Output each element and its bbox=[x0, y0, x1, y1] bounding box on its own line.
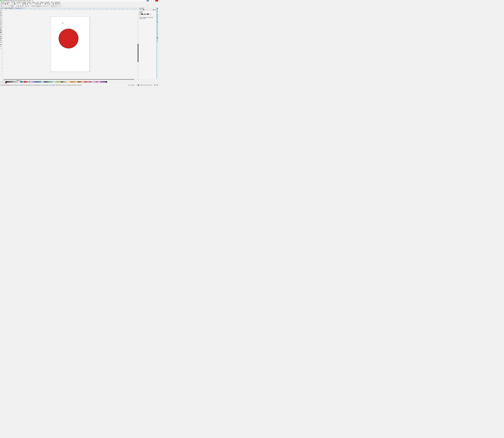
color-swatch[interactable] bbox=[19, 81, 20, 82]
docker-tab-color-styles[interactable]: Styly barev bbox=[157, 21, 158, 28]
docker-tab-scripts[interactable]: Skripty bbox=[157, 37, 158, 43]
palette-pattern-icon[interactable]: ▦ bbox=[0, 81, 1, 82]
color-swatch[interactable] bbox=[106, 81, 107, 82]
color-swatch[interactable] bbox=[33, 81, 34, 82]
duplicate-y-input[interactable]: 5,0 mm bbox=[52, 6, 57, 7]
color-swatch[interactable] bbox=[44, 81, 45, 82]
color-swatch[interactable] bbox=[63, 81, 64, 82]
color-swatch[interactable] bbox=[34, 81, 35, 82]
menu-zobrazit[interactable]: Zobrazit bbox=[10, 1, 16, 3]
color-swatch[interactable] bbox=[6, 81, 7, 82]
palette-scroll-right-icon[interactable]: ▸ bbox=[1, 81, 2, 82]
polygon-tool[interactable] bbox=[0, 24, 2, 26]
docker-tab-properties[interactable]: Vlastnosti bbox=[157, 14, 158, 21]
pick-tool[interactable] bbox=[0, 8, 2, 9]
menu-text[interactable]: Text bbox=[36, 1, 39, 3]
palette-scroll-left-icon[interactable]: ‹ bbox=[3, 81, 4, 82]
treat-as-filled-button[interactable] bbox=[59, 5, 61, 7]
color-swatch[interactable] bbox=[15, 81, 16, 82]
color-swatch[interactable] bbox=[8, 81, 9, 82]
color-swatch[interactable] bbox=[99, 81, 100, 82]
color-swatch[interactable] bbox=[94, 81, 95, 82]
horizontal-ruler[interactable]: milimetry 220200180160140120100806040200… bbox=[3, 9, 137, 10]
guidelines-toggle-button[interactable] bbox=[41, 3, 43, 5]
color-swatch[interactable] bbox=[36, 81, 37, 82]
menu-okno[interactable]: Okno bbox=[50, 1, 54, 3]
color-swatch[interactable] bbox=[22, 81, 23, 82]
hints-badge-icon[interactable] bbox=[157, 85, 158, 86]
color-swatch[interactable] bbox=[67, 81, 68, 82]
doc-palette-eyedropper-icon[interactable] bbox=[3, 83, 4, 84]
interactive-fill-tool[interactable] bbox=[0, 36, 2, 37]
color-swatch[interactable] bbox=[29, 81, 30, 82]
current-page-button[interactable] bbox=[27, 5, 29, 7]
color-swatch[interactable] bbox=[100, 81, 101, 82]
nudge-distance-input[interactable]: 0,1 mm bbox=[44, 5, 48, 7]
print-button[interactable] bbox=[7, 3, 9, 5]
page-fill-button[interactable] bbox=[153, 9, 154, 11]
rulers-toggle-button[interactable] bbox=[37, 3, 39, 5]
color-swatch[interactable] bbox=[52, 81, 53, 82]
color-swatch[interactable] bbox=[65, 81, 66, 82]
color-swatch[interactable] bbox=[18, 81, 19, 82]
next-page-button[interactable]: ▶ bbox=[10, 80, 11, 81]
color-swatch[interactable] bbox=[90, 81, 91, 82]
color-proof-monitor-icon[interactable] bbox=[154, 85, 156, 86]
color-swatch[interactable] bbox=[83, 81, 84, 82]
color-swatch[interactable] bbox=[39, 81, 40, 82]
color-swatch[interactable] bbox=[21, 81, 22, 82]
user-avatar[interactable] bbox=[147, 0, 149, 1]
menu-rozvrzeni[interactable]: Rozvržení bbox=[16, 1, 22, 3]
color-swatch[interactable] bbox=[79, 81, 80, 82]
color-swatch[interactable] bbox=[98, 81, 99, 82]
mesh-fill-tool[interactable] bbox=[0, 38, 2, 39]
tab-document[interactable]: Bez názvu – 1* bbox=[14, 7, 24, 9]
landscape-orientation-button[interactable] bbox=[22, 5, 24, 7]
pan-tool[interactable] bbox=[0, 15, 2, 17]
color-swatch[interactable] bbox=[37, 81, 38, 82]
color-swatch[interactable] bbox=[77, 81, 78, 82]
palette-overflow-button[interactable]: » bbox=[107, 81, 108, 82]
nudge-spinner[interactable]: ▲▼ bbox=[48, 5, 50, 7]
color-swatch[interactable] bbox=[59, 81, 60, 82]
color-swatch[interactable] bbox=[97, 81, 98, 82]
shape-tool[interactable] bbox=[0, 9, 2, 11]
docker-close-button[interactable]: ✕ bbox=[155, 8, 156, 9]
color-swatch[interactable] bbox=[20, 81, 21, 82]
palette-eyedropper-icon[interactable] bbox=[2, 81, 3, 82]
maximize-button[interactable]: ❐ bbox=[153, 0, 155, 1]
color-swatch[interactable] bbox=[80, 81, 81, 82]
color-swatch[interactable] bbox=[17, 81, 18, 82]
zoom-tool[interactable] bbox=[0, 13, 2, 15]
color-swatch[interactable] bbox=[96, 81, 97, 82]
fill-winding-checkbox[interactable] bbox=[155, 16, 156, 17]
add-toolbar-item-button[interactable]: + bbox=[62, 5, 64, 7]
fountain-fill-button[interactable] bbox=[143, 13, 145, 15]
color-swatch[interactable] bbox=[16, 81, 17, 82]
texture-fill-button[interactable] bbox=[147, 13, 149, 15]
color-swatch[interactable] bbox=[30, 81, 31, 82]
color-swatch[interactable] bbox=[41, 81, 42, 82]
color-swatch[interactable] bbox=[75, 81, 76, 82]
color-swatch[interactable] bbox=[38, 81, 39, 82]
no-fill-button[interactable] bbox=[139, 13, 141, 15]
docker-collapse-button[interactable]: » bbox=[154, 8, 154, 9]
page-frame-button[interactable] bbox=[155, 9, 156, 11]
color-swatch[interactable] bbox=[74, 81, 75, 82]
all-pages-button[interactable] bbox=[25, 5, 27, 7]
color-swatch[interactable] bbox=[70, 81, 71, 82]
color-swatch[interactable] bbox=[101, 81, 102, 82]
previous-page-button[interactable]: ◀ bbox=[5, 80, 7, 81]
duplicate-x-input[interactable]: 5,0 mm bbox=[52, 5, 57, 6]
launch-button[interactable]: Spustit▼ bbox=[55, 3, 61, 5]
color-swatch[interactable] bbox=[61, 81, 62, 82]
color-swatch[interactable] bbox=[13, 81, 14, 82]
menu-rastry[interactable]: Rastry bbox=[31, 1, 36, 3]
fill-properties-tab[interactable] bbox=[141, 9, 143, 11]
color-swatch[interactable] bbox=[47, 81, 48, 82]
drawing-canvas[interactable] bbox=[3, 10, 137, 79]
color-swatch[interactable] bbox=[42, 81, 43, 82]
menu-tabulka[interactable]: Tabulka bbox=[39, 1, 45, 3]
color-swatch[interactable] bbox=[105, 81, 106, 82]
color-swatch[interactable] bbox=[70, 81, 72, 82]
